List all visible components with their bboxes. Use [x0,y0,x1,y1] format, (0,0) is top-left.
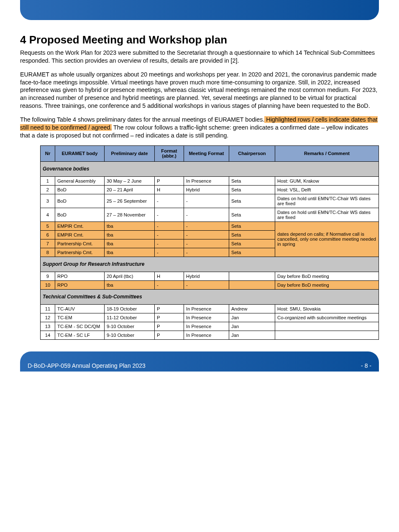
section-technical-label: Technical Committees & Sub-Committees [41,289,379,304]
th-format: Meeting Format [184,145,229,161]
cell-format: - [184,280,229,289]
cell-abbr: H [155,272,184,280]
cell-body: TC-EM - SC DC/QM [55,322,105,331]
cell-nr: 6 [41,230,55,239]
cell-abbr: - [155,239,184,248]
cell-remarks: Day before BoD meeting [275,272,379,280]
cell-body: BoD [55,208,105,221]
cell-date: 9-10 October [105,322,155,331]
cell-chair [229,280,275,289]
cell-remarks: Dates on hold until EMN/TC-Chair WS date… [275,194,379,208]
footer-left: D-BoD-APP-059 Annual Operating Plan 2023 [28,362,146,369]
cell-body: TC-EM [55,313,105,322]
table-row: 2 BoD 20 – 21 April H Hybrid Seta Host: … [41,185,379,194]
cell-format: - [184,194,229,208]
cell-nr: 4 [41,208,55,221]
table-row: 1 General Assembly 30 May – 2 June P In … [41,176,379,185]
table-row: 13 TC-EM - SC DC/QM 9-10 October P In Pr… [41,322,379,331]
paragraph-1: Requests on the Work Plan for 2023 were … [20,49,379,65]
cell-format: - [184,248,229,257]
cell-nr: 11 [41,304,55,313]
cell-date: 27 – 28 November [105,208,155,221]
cell-date: 20 April (tbc) [105,272,155,280]
top-banner [20,0,379,20]
cell-date: 11-12 October [105,313,155,322]
cell-remarks: Co-organized with subcommittee meetings [275,313,379,322]
cell-date: tba [105,248,155,257]
cell-nr: 10 [41,280,55,289]
cell-format: Hybrid [184,272,229,280]
cell-abbr: P [155,176,184,185]
cell-nr: 12 [41,313,55,322]
cell-date: 30 May – 2 June [105,176,155,185]
section-research: Support Group for Research Infrastructur… [41,257,379,272]
cell-abbr: - [155,208,184,221]
cell-chair: Seta [229,230,275,239]
merged-remarks: dates depend on calls; if Normative call… [275,221,379,257]
cell-abbr: - [155,280,184,289]
cell-remarks: Day before BoD meeting [275,280,379,289]
cell-nr: 8 [41,248,55,257]
cell-remarks: Host: VSL, Delft [275,185,379,194]
cell-body: General Assembly [55,176,105,185]
cell-format: - [184,230,229,239]
cell-format: - [184,208,229,221]
section-governance-label: Governance bodies [41,161,379,176]
table-row: 11 TC-AUV 18-19 October P In Presence An… [41,304,379,313]
th-date: Preliminary date [105,145,155,161]
section-research-label: Support Group for Research Infrastructur… [41,257,379,272]
cell-format: - [184,221,229,230]
cell-remarks: Host: SMU, Slovakia [275,304,379,313]
th-chair: Chairperson [229,145,275,161]
bottom-banner: D-BoD-APP-059 Annual Operating Plan 2023… [20,351,379,372]
cell-chair: Jan [229,331,275,339]
cell-format: Hybrid [184,185,229,194]
cell-chair: Andrew [229,304,275,313]
cell-remarks [275,331,379,339]
cell-body: TC-AUV [55,304,105,313]
cell-nr: 13 [41,322,55,331]
cell-nr: 1 [41,176,55,185]
table-row: 9 RPO 20 April (tbc) H Hybrid Day before… [41,272,379,280]
cell-nr: 5 [41,221,55,230]
cell-date: 25 – 26 September [105,194,155,208]
cell-body: BoD [55,185,105,194]
cell-date: 9-10 October [105,331,155,339]
cell-nr: 14 [41,331,55,339]
cell-body: Partnership Cmt. [55,239,105,248]
cell-format: In Presence [184,176,229,185]
cell-nr: 9 [41,272,55,280]
cell-abbr: - [155,248,184,257]
cell-body: RPO [55,280,105,289]
th-abbr: Format (abbr.) [155,145,184,161]
cell-chair: Seta [229,239,275,248]
cell-chair: Seta [229,176,275,185]
page-title: 4 Proposed Meeting and Workshop plan [20,33,379,46]
cell-abbr: - [155,194,184,208]
cell-format: In Presence [184,331,229,339]
p3-prefix: The following Table 4 shows preliminary … [20,116,264,123]
cell-abbr: - [155,230,184,239]
cell-format: In Presence [184,322,229,331]
paragraph-3: The following Table 4 shows preliminary … [20,116,379,140]
cell-body: RPO [55,272,105,280]
cell-body: EMPIR Cmt. [55,221,105,230]
table-row: 5 EMPIR Cmt. tba - - Seta dates depend o… [41,221,379,230]
table-row: 10 RPO tba - - Day before BoD meeting [41,280,379,289]
table-header-row: Nr EURAMET body Preliminary date Format … [41,145,379,161]
paragraph-2: EURAMET as whole usually organizes about… [20,71,379,110]
cell-body: Partnership Cmt. [55,248,105,257]
cell-chair: Seta [229,185,275,194]
table-wrap: Nr EURAMET body Preliminary date Format … [40,145,379,340]
cell-abbr: - [155,221,184,230]
cell-format: In Presence [184,304,229,313]
cell-chair: Jan [229,313,275,322]
th-body: EURAMET body [55,145,105,161]
cell-body: BoD [55,194,105,208]
cell-abbr: H [155,185,184,194]
cell-nr: 2 [41,185,55,194]
table-row: 3 BoD 25 – 26 September - - Seta Dates o… [41,194,379,208]
cell-remarks: Host: GUM, Krakow [275,176,379,185]
section-technical: Technical Committees & Sub-Committees [41,289,379,304]
cell-remarks: Dates on hold until EMN/TC-Chair WS date… [275,208,379,221]
